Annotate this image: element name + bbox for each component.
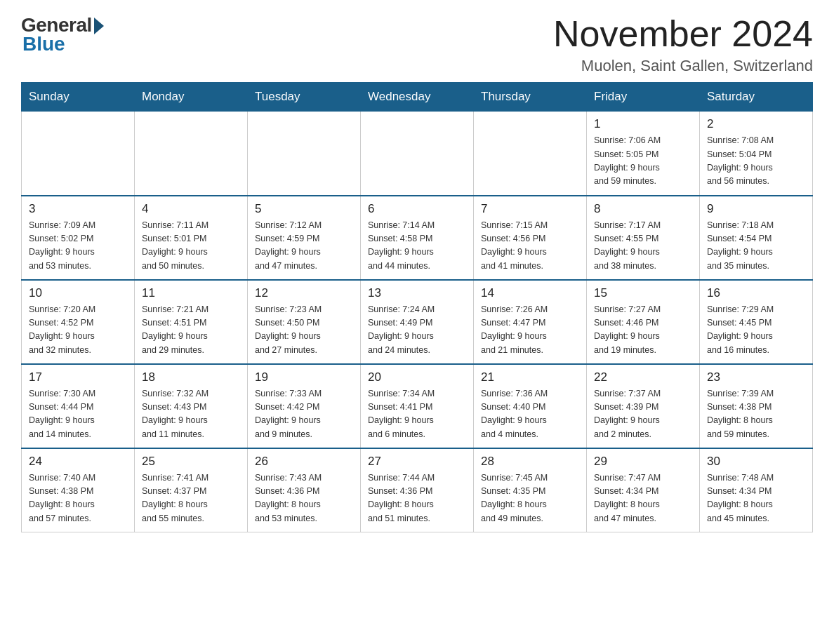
calendar-cell: 9Sunrise: 7:18 AM Sunset: 4:54 PM Daylig… bbox=[700, 196, 813, 280]
day-info: Sunrise: 7:29 AM Sunset: 4:45 PM Dayligh… bbox=[707, 303, 805, 358]
calendar-cell: 30Sunrise: 7:48 AM Sunset: 4:34 PM Dayli… bbox=[700, 448, 813, 532]
day-number: 1 bbox=[594, 117, 692, 131]
day-info: Sunrise: 7:45 AM Sunset: 4:35 PM Dayligh… bbox=[481, 471, 579, 526]
calendar-week-3: 10Sunrise: 7:20 AM Sunset: 4:52 PM Dayli… bbox=[22, 280, 813, 364]
day-number: 28 bbox=[481, 455, 579, 469]
month-title: November 2024 bbox=[553, 14, 813, 54]
day-number: 7 bbox=[481, 202, 579, 216]
calendar-cell: 2Sunrise: 7:08 AM Sunset: 5:04 PM Daylig… bbox=[700, 112, 813, 196]
calendar-cell: 13Sunrise: 7:24 AM Sunset: 4:49 PM Dayli… bbox=[361, 280, 474, 364]
day-info: Sunrise: 7:41 AM Sunset: 4:37 PM Dayligh… bbox=[142, 471, 240, 526]
calendar-cell: 3Sunrise: 7:09 AM Sunset: 5:02 PM Daylig… bbox=[22, 196, 135, 280]
day-info: Sunrise: 7:48 AM Sunset: 4:34 PM Dayligh… bbox=[707, 471, 805, 526]
calendar-header-sunday: Sunday bbox=[22, 83, 135, 112]
calendar-cell: 8Sunrise: 7:17 AM Sunset: 4:55 PM Daylig… bbox=[587, 196, 700, 280]
day-info: Sunrise: 7:32 AM Sunset: 4:43 PM Dayligh… bbox=[142, 387, 240, 442]
day-info: Sunrise: 7:47 AM Sunset: 4:34 PM Dayligh… bbox=[594, 471, 692, 526]
day-number: 12 bbox=[255, 286, 353, 300]
calendar-cell: 6Sunrise: 7:14 AM Sunset: 4:58 PM Daylig… bbox=[361, 196, 474, 280]
day-info: Sunrise: 7:26 AM Sunset: 4:47 PM Dayligh… bbox=[481, 303, 579, 358]
calendar-cell: 18Sunrise: 7:32 AM Sunset: 4:43 PM Dayli… bbox=[135, 364, 248, 448]
day-info: Sunrise: 7:20 AM Sunset: 4:52 PM Dayligh… bbox=[29, 303, 127, 358]
day-number: 4 bbox=[142, 202, 240, 216]
day-info: Sunrise: 7:23 AM Sunset: 4:50 PM Dayligh… bbox=[255, 303, 353, 358]
day-info: Sunrise: 7:43 AM Sunset: 4:36 PM Dayligh… bbox=[255, 471, 353, 526]
day-number: 21 bbox=[481, 370, 579, 384]
calendar-cell: 10Sunrise: 7:20 AM Sunset: 4:52 PM Dayli… bbox=[22, 280, 135, 364]
calendar-cell: 29Sunrise: 7:47 AM Sunset: 4:34 PM Dayli… bbox=[587, 448, 700, 532]
day-number: 3 bbox=[29, 202, 127, 216]
day-number: 2 bbox=[707, 117, 805, 131]
calendar-header-thursday: Thursday bbox=[474, 83, 587, 112]
day-number: 11 bbox=[142, 286, 240, 300]
calendar-header-saturday: Saturday bbox=[700, 83, 813, 112]
calendar-table: SundayMondayTuesdayWednesdayThursdayFrid… bbox=[21, 82, 813, 532]
calendar-cell: 12Sunrise: 7:23 AM Sunset: 4:50 PM Dayli… bbox=[248, 280, 361, 364]
calendar-cell: 11Sunrise: 7:21 AM Sunset: 4:51 PM Dayli… bbox=[135, 280, 248, 364]
calendar-cell: 15Sunrise: 7:27 AM Sunset: 4:46 PM Dayli… bbox=[587, 280, 700, 364]
day-info: Sunrise: 7:40 AM Sunset: 4:38 PM Dayligh… bbox=[29, 471, 127, 526]
calendar-cell: 25Sunrise: 7:41 AM Sunset: 4:37 PM Dayli… bbox=[135, 448, 248, 532]
calendar-cell: 7Sunrise: 7:15 AM Sunset: 4:56 PM Daylig… bbox=[474, 196, 587, 280]
day-info: Sunrise: 7:09 AM Sunset: 5:02 PM Dayligh… bbox=[29, 219, 127, 274]
logo-arrow-icon bbox=[94, 18, 104, 34]
calendar-week-4: 17Sunrise: 7:30 AM Sunset: 4:44 PM Dayli… bbox=[22, 364, 813, 448]
day-info: Sunrise: 7:24 AM Sunset: 4:49 PM Dayligh… bbox=[368, 303, 466, 358]
calendar-cell: 24Sunrise: 7:40 AM Sunset: 4:38 PM Dayli… bbox=[22, 448, 135, 532]
day-info: Sunrise: 7:30 AM Sunset: 4:44 PM Dayligh… bbox=[29, 387, 127, 442]
calendar-cell: 17Sunrise: 7:30 AM Sunset: 4:44 PM Dayli… bbox=[22, 364, 135, 448]
calendar-cell: 19Sunrise: 7:33 AM Sunset: 4:42 PM Dayli… bbox=[248, 364, 361, 448]
day-info: Sunrise: 7:33 AM Sunset: 4:42 PM Dayligh… bbox=[255, 387, 353, 442]
calendar-header-tuesday: Tuesday bbox=[248, 83, 361, 112]
day-number: 18 bbox=[142, 370, 240, 384]
location-text: Muolen, Saint Gallen, Switzerland bbox=[553, 57, 813, 75]
calendar-week-2: 3Sunrise: 7:09 AM Sunset: 5:02 PM Daylig… bbox=[22, 196, 813, 280]
day-info: Sunrise: 7:18 AM Sunset: 4:54 PM Dayligh… bbox=[707, 219, 805, 274]
day-number: 10 bbox=[29, 286, 127, 300]
calendar-header-wednesday: Wednesday bbox=[361, 83, 474, 112]
calendar-cell: 4Sunrise: 7:11 AM Sunset: 5:01 PM Daylig… bbox=[135, 196, 248, 280]
calendar-cell: 21Sunrise: 7:36 AM Sunset: 4:40 PM Dayli… bbox=[474, 364, 587, 448]
day-info: Sunrise: 7:27 AM Sunset: 4:46 PM Dayligh… bbox=[594, 303, 692, 358]
calendar-cell: 16Sunrise: 7:29 AM Sunset: 4:45 PM Dayli… bbox=[700, 280, 813, 364]
day-number: 30 bbox=[707, 455, 805, 469]
day-number: 19 bbox=[255, 370, 353, 384]
day-number: 5 bbox=[255, 202, 353, 216]
calendar-cell bbox=[135, 112, 248, 196]
day-number: 14 bbox=[481, 286, 579, 300]
day-number: 26 bbox=[255, 455, 353, 469]
calendar-cell: 26Sunrise: 7:43 AM Sunset: 4:36 PM Dayli… bbox=[248, 448, 361, 532]
calendar-header-row: SundayMondayTuesdayWednesdayThursdayFrid… bbox=[22, 83, 813, 112]
day-info: Sunrise: 7:14 AM Sunset: 4:58 PM Dayligh… bbox=[368, 219, 466, 274]
day-number: 27 bbox=[368, 455, 466, 469]
calendar-cell: 27Sunrise: 7:44 AM Sunset: 4:36 PM Dayli… bbox=[361, 448, 474, 532]
logo-blue-text: Blue bbox=[22, 33, 65, 55]
day-info: Sunrise: 7:08 AM Sunset: 5:04 PM Dayligh… bbox=[707, 134, 805, 189]
page-header: General Blue November 2024 Muolen, Saint… bbox=[21, 14, 813, 75]
day-number: 29 bbox=[594, 455, 692, 469]
logo: General Blue bbox=[21, 14, 104, 55]
day-info: Sunrise: 7:21 AM Sunset: 4:51 PM Dayligh… bbox=[142, 303, 240, 358]
day-number: 6 bbox=[368, 202, 466, 216]
calendar-header-friday: Friday bbox=[587, 83, 700, 112]
calendar-cell: 20Sunrise: 7:34 AM Sunset: 4:41 PM Dayli… bbox=[361, 364, 474, 448]
day-info: Sunrise: 7:15 AM Sunset: 4:56 PM Dayligh… bbox=[481, 219, 579, 274]
calendar-cell bbox=[248, 112, 361, 196]
day-number: 24 bbox=[29, 455, 127, 469]
calendar-cell: 22Sunrise: 7:37 AM Sunset: 4:39 PM Dayli… bbox=[587, 364, 700, 448]
calendar-cell bbox=[22, 112, 135, 196]
title-area: November 2024 Muolen, Saint Gallen, Swit… bbox=[553, 14, 813, 75]
day-info: Sunrise: 7:37 AM Sunset: 4:39 PM Dayligh… bbox=[594, 387, 692, 442]
day-info: Sunrise: 7:36 AM Sunset: 4:40 PM Dayligh… bbox=[481, 387, 579, 442]
day-number: 16 bbox=[707, 286, 805, 300]
day-number: 9 bbox=[707, 202, 805, 216]
calendar-cell bbox=[361, 112, 474, 196]
calendar-cell: 28Sunrise: 7:45 AM Sunset: 4:35 PM Dayli… bbox=[474, 448, 587, 532]
day-number: 13 bbox=[368, 286, 466, 300]
calendar-cell: 23Sunrise: 7:39 AM Sunset: 4:38 PM Dayli… bbox=[700, 364, 813, 448]
day-number: 15 bbox=[594, 286, 692, 300]
day-info: Sunrise: 7:39 AM Sunset: 4:38 PM Dayligh… bbox=[707, 387, 805, 442]
day-info: Sunrise: 7:11 AM Sunset: 5:01 PM Dayligh… bbox=[142, 219, 240, 274]
calendar-week-1: 1Sunrise: 7:06 AM Sunset: 5:05 PM Daylig… bbox=[22, 112, 813, 196]
day-info: Sunrise: 7:06 AM Sunset: 5:05 PM Dayligh… bbox=[594, 134, 692, 189]
